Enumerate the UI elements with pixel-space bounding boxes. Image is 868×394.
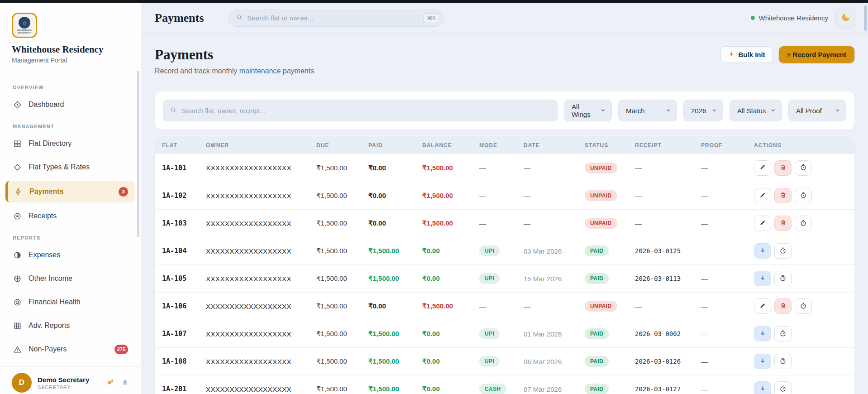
history-button[interactable]: [795, 160, 812, 176]
flat-cell: 1A-102: [162, 192, 206, 200]
download-button[interactable]: [754, 381, 771, 394]
date-cell: 15 Mar 2026: [524, 275, 585, 283]
page-title: Payments: [155, 47, 213, 63]
mode-badge: UPI: [479, 356, 500, 367]
mode-badge: UPI: [479, 328, 500, 339]
col-receipt: RECEIPT: [635, 142, 701, 149]
sidebar-item-receipts[interactable]: Receipts: [5, 206, 135, 226]
status-filter-select[interactable]: All Status: [730, 100, 782, 121]
proof-cell: —: [701, 330, 754, 338]
delete-button[interactable]: [774, 216, 792, 231]
theme-toggle-button[interactable]: [835, 8, 856, 29]
download-button[interactable]: [754, 271, 771, 286]
history-button[interactable]: [774, 381, 792, 394]
mode-badge: UPI: [479, 273, 500, 284]
row-actions: [754, 160, 854, 176]
history-button[interactable]: [774, 243, 792, 259]
table-header-row: FLAT OWNER DUE PAID BALANCE MODE DATE ST…: [155, 137, 854, 154]
proof-cell: —: [701, 385, 754, 393]
status-badge: PAID: [585, 384, 609, 394]
page-scrollbar[interactable]: [863, 3, 868, 394]
lightning-icon: [14, 187, 23, 196]
table-row[interactable]: 1A-106 XXXXXXXXXXXXXXXXXX ₹1,500.00 ₹0.0…: [155, 292, 854, 320]
mode-cell: UPI: [479, 273, 524, 284]
user-name: Demo Secretary: [38, 376, 100, 384]
half-circle-icon: [13, 250, 22, 259]
date-cell: 01 Mar 2026: [524, 330, 585, 338]
history-button[interactable]: [795, 188, 812, 203]
edit-button[interactable]: [754, 216, 771, 231]
row-actions: [754, 298, 854, 314]
history-button[interactable]: [795, 298, 812, 314]
flat-cell: 1A-107: [162, 330, 206, 338]
sidebar-scrollbar[interactable]: [137, 71, 139, 237]
row-actions: [754, 271, 854, 286]
sidebar-item-flat-types-rates[interactable]: Flat Types & Rates: [5, 157, 135, 177]
chevron-down-icon: [711, 107, 717, 115]
history-button[interactable]: [795, 216, 812, 231]
receipt-cell: —: [635, 220, 701, 227]
table-row[interactable]: 1A-105 XXXXXXXXXXXXXXXXXX ₹1,500.00 ₹1,5…: [155, 264, 854, 292]
date-cell: —: [524, 220, 585, 227]
eject-icon[interactable]: [121, 378, 129, 388]
global-search[interactable]: ⌘K: [228, 10, 444, 27]
sidebar-item-expenses[interactable]: Expenses: [5, 245, 135, 265]
payments-table: FLAT OWNER DUE PAID BALANCE MODE DATE ST…: [155, 137, 854, 394]
download-icon: [759, 385, 766, 393]
sidebar-item-dashboard[interactable]: Dashboard: [5, 95, 135, 115]
table-search[interactable]: [163, 100, 558, 121]
key-icon[interactable]: [106, 377, 115, 388]
download-button[interactable]: [754, 326, 771, 341]
edit-button[interactable]: [754, 160, 771, 176]
online-dot-icon: [751, 16, 755, 20]
sidebar-item-non-payers[interactable]: Non-Payers 275: [5, 339, 135, 359]
table-row[interactable]: 1A-102 XXXXXXXXXXXXXXXXXX ₹1,500.00 ₹0.0…: [155, 182, 854, 209]
due-cell: ₹1,500.00: [316, 192, 368, 200]
row-actions: [754, 216, 854, 231]
proof-cell: —: [701, 275, 754, 283]
mode-cell: —: [479, 303, 524, 310]
sidebar-item-adv-reports[interactable]: Adv. Reports: [5, 316, 135, 336]
chevron-down-icon: [600, 107, 606, 115]
sidebar-item-payments[interactable]: Payments 3: [5, 181, 135, 202]
mode-cell: CASH: [479, 384, 524, 394]
table-row[interactable]: 1A-104 XXXXXXXXXXXXXXXXXX ₹1,500.00 ₹1,5…: [155, 237, 854, 264]
download-button[interactable]: [754, 354, 771, 369]
table-row[interactable]: 1A-201 XXXXXXXXXXXXXXXXXX ₹1,500.00 ₹1,5…: [155, 375, 854, 394]
delete-button[interactable]: [774, 298, 792, 314]
global-search-input[interactable]: [247, 14, 419, 22]
table-row[interactable]: 1A-107 XXXXXXXXXXXXXXXXXX ₹1,500.00 ₹1,5…: [155, 320, 854, 347]
diamond-icon: [13, 163, 22, 172]
sidebar-item-flat-directory[interactable]: Flat Directory: [5, 134, 135, 154]
bolt-icon: [728, 51, 735, 59]
edit-button[interactable]: [754, 188, 771, 203]
sidebar-item-other-income[interactable]: Other Income: [5, 269, 135, 288]
proof-cell: —: [701, 164, 754, 172]
wing-filter-select[interactable]: All Wings: [564, 100, 612, 121]
user-panel[interactable]: D Demo Secretary SECRETARY: [0, 366, 141, 394]
proof-filter-select[interactable]: All Proof: [788, 100, 846, 121]
history-button[interactable]: [774, 326, 792, 341]
record-payment-button[interactable]: + Record Payment: [779, 46, 854, 63]
status-badge: UNPAID: [585, 163, 617, 173]
delete-button[interactable]: [774, 160, 792, 176]
history-button[interactable]: [774, 271, 792, 286]
month-filter-select[interactable]: March: [618, 100, 677, 121]
table-search-input[interactable]: [181, 107, 551, 115]
table-row[interactable]: 1A-103 XXXXXXXXXXXXXXXXXX ₹1,500.00 ₹0.0…: [155, 209, 854, 237]
owner-cell: XXXXXXXXXXXXXXXXXX: [206, 358, 316, 365]
brand-name: Whitehouse Residency: [12, 44, 129, 55]
history-icon: [800, 219, 807, 228]
page-subtitle: Record and track monthly maintenance pay…: [155, 67, 854, 75]
edit-button[interactable]: [754, 298, 771, 314]
bulk-init-button[interactable]: Bulk Init: [720, 46, 773, 63]
table-row[interactable]: 1A-101 XXXXXXXXXXXXXXXXXX ₹1,500.00 ₹0.0…: [155, 154, 854, 182]
download-button[interactable]: [754, 243, 771, 259]
table-row[interactable]: 1A-108 XXXXXXXXXXXXXXXXXX ₹1,500.00 ₹1,5…: [155, 347, 854, 375]
history-button[interactable]: [774, 354, 792, 369]
download-icon: [759, 274, 766, 283]
year-filter-select[interactable]: 2026: [683, 100, 723, 121]
delete-button[interactable]: [774, 188, 792, 203]
page-scrollbar-thumb[interactable]: [864, 5, 867, 31]
sidebar-item-financial-health[interactable]: Financial Health: [5, 292, 135, 312]
